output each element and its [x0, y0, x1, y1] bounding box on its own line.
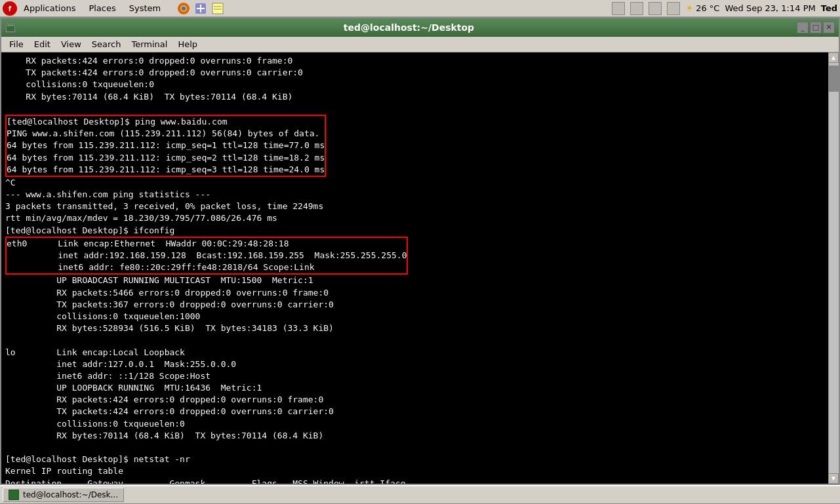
maximize-button[interactable]: □ — [810, 22, 822, 33]
scroll-up-button[interactable]: ▲ — [828, 52, 839, 63]
terminal-taskbar-button[interactable]: ted@localhost:~/Desk... — [3, 488, 124, 502]
help-menu[interactable]: Help — [172, 38, 203, 50]
view-menu[interactable]: View — [56, 38, 87, 50]
terminal-titlebar: ted@localhost:~/Desktop _ □ ✕ — [1, 18, 839, 37]
sticky-icon[interactable] — [210, 1, 225, 16]
svg-text:f: f — [9, 5, 12, 12]
tray-icon-2 — [630, 2, 643, 15]
terminal-task-icon — [9, 490, 19, 500]
window-icon — [5, 22, 16, 33]
window-controls: _ □ ✕ — [797, 22, 835, 33]
terminal-task-label: ted@localhost:~/Desk... — [23, 490, 118, 499]
terminal-menu[interactable]: Terminal — [126, 38, 172, 50]
svg-rect-12 — [7, 24, 14, 26]
weather-display: ☀ 26 °C — [685, 3, 719, 13]
system-menu[interactable]: System — [127, 2, 163, 14]
minimize-button[interactable]: _ — [797, 22, 809, 33]
firefox-icon[interactable] — [176, 1, 191, 16]
tray-icon-4 — [667, 2, 680, 15]
terminal-content[interactable]: RX packets:424 errors:0 dropped:0 overru… — [1, 52, 839, 484]
scrollbar-thumb[interactable] — [828, 66, 839, 92]
datetime-display: Wed Sep 23, 1:14 PM — [725, 3, 815, 13]
applications-menu[interactable]: Applications — [21, 2, 78, 14]
search-menu[interactable]: Search — [87, 38, 127, 50]
edit-menu[interactable]: Edit — [29, 38, 56, 50]
top-menu: Applications Places System — [21, 2, 163, 14]
taskbar-bottom: ted@localhost:~/Desk... — [0, 485, 840, 504]
terminal-window: ted@localhost:~/Desktop _ □ ✕ File Edit … — [0, 17, 840, 485]
username-display: Ted — [821, 3, 837, 13]
scrollbar[interactable]: ▲ ▼ — [828, 52, 839, 484]
places-menu[interactable]: Places — [86, 2, 118, 14]
tray-icon-1 — [612, 2, 625, 15]
fedora-icon: f — [3, 1, 17, 16]
top-taskbar: f Applications Places System — [0, 0, 840, 17]
file-menu[interactable]: File — [4, 38, 29, 50]
scroll-down-button[interactable]: ▼ — [828, 473, 839, 484]
terminal-menubar: File Edit View Search Terminal Help — [1, 37, 839, 52]
svg-rect-8 — [212, 3, 223, 14]
terminal-output: RX packets:424 errors:0 dropped:0 overru… — [5, 55, 835, 484]
close-button[interactable]: ✕ — [823, 22, 835, 33]
tray-icon-3 — [649, 2, 662, 15]
svg-point-4 — [182, 7, 186, 10]
system-tray: ☀ 26 °C Wed Sep 23, 1:14 PM Ted — [612, 2, 837, 15]
network-icon[interactable] — [193, 1, 208, 16]
sun-icon: ☀ — [685, 3, 693, 13]
window-title: ted@localhost:~/Desktop — [21, 22, 797, 33]
